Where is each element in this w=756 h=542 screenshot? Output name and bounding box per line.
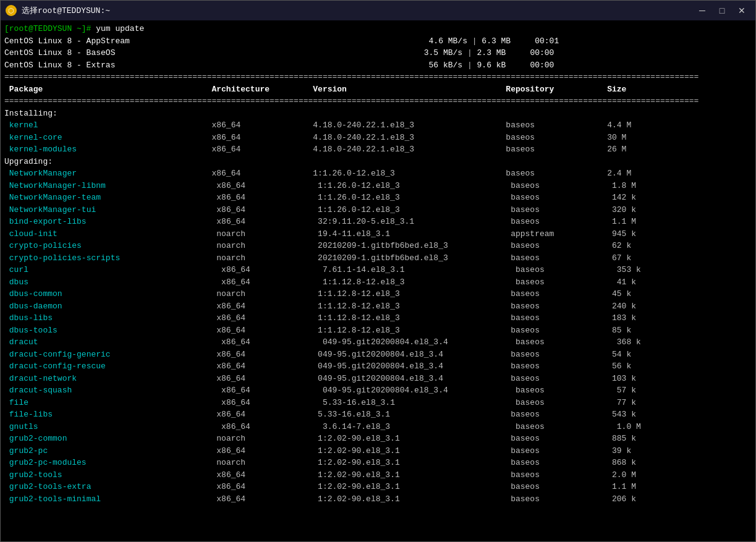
pkg-grub2-common: grub2-common noarch 1:2.02-90.el8_3.1 ba… <box>4 433 752 445</box>
pkg-kernel-modules: kernel-modules x86_64 4.18.0-240.22.1.el… <box>4 143 752 156</box>
titlebar-title: 选择root@TEDDYSUN:~ <box>22 5 110 16</box>
titlebar-left: ⬡ 选择root@TEDDYSUN:~ <box>6 5 110 16</box>
terminal-window: ⬡ 选择root@TEDDYSUN:~ ─ □ ✕ [root@TEDDYSUN… <box>0 0 756 542</box>
separator-1: ========================================… <box>4 71 752 83</box>
pkg-gnutls: gnutls x86_64 3.6.14-7.el8_3 baseos 1.0 … <box>4 421 752 433</box>
pkg-grub2-tools: grub2-tools x86_64 1:2.02-90.el8_3.1 bas… <box>4 469 752 481</box>
pkg-cloud-init: cloud-init noarch 19.4-11.el8_3.1 appstr… <box>4 228 752 240</box>
pkg-bind-export-libs: bind-export-libs x86_64 32:9.11.20-5.el8… <box>4 216 752 228</box>
pkg-dbus: dbus x86_64 1:1.12.8-12.el8_3 baseos 41 … <box>4 276 752 289</box>
pkg-crypto-policies: crypto-policies noarch 20210209-1.gitbfb… <box>4 240 752 252</box>
repo-line-1: CentOS Linux 8 - AppStream 4.6 MB/s | 6.… <box>4 35 752 48</box>
pkg-curl: curl x86_64 7.61.1-14.el8_3.1 baseos 353… <box>4 264 752 276</box>
prompt-line: [root@TEDDYSUN ~]# yum update <box>4 23 752 35</box>
pkg-crypto-policies-scripts: crypto-policies-scripts noarch 20210209-… <box>4 252 752 265</box>
pkg-dracut-config-rescue: dracut-config-rescue x86_64 049-95.git20… <box>4 360 752 373</box>
repo-line-2: CentOS Linux 8 - BaseOS 3.5 MB/s | 2.3 M… <box>4 47 752 59</box>
pkg-grub2-pc-modules: grub2-pc-modules noarch 1:2.02-90.el8_3.… <box>4 457 752 469</box>
titlebar: ⬡ 选择root@TEDDYSUN:~ ─ □ ✕ <box>1 1 755 20</box>
pkg-networkmanager-team: NetworkManager-team x86_64 1:1.26.0-12.e… <box>4 192 752 204</box>
pkg-dracut-network: dracut-network x86_64 049-95.git20200804… <box>4 373 752 385</box>
terminal-body[interactable]: [root@TEDDYSUN ~]# yum update CentOS Lin… <box>1 20 755 541</box>
terminal-icon: ⬡ <box>6 5 17 16</box>
pkg-dbus-libs: dbus-libs x86_64 1:1.12.8-12.el8_3 baseo… <box>4 312 752 324</box>
close-button[interactable]: ✕ <box>733 4 750 17</box>
pkg-dracut-squash: dracut-squash x86_64 049-95.git20200804.… <box>4 384 752 397</box>
pkg-file: file x86_64 5.33-16.el8_3.1 baseos 77 k <box>4 397 752 409</box>
pkg-grub2-pc: grub2-pc x86_64 1:2.02-90.el8_3.1 baseos… <box>4 445 752 457</box>
command: yum update <box>91 24 144 33</box>
pkg-grub2-tools-extra: grub2-tools-extra x86_64 1:2.02-90.el8_3… <box>4 481 752 493</box>
minimize-button[interactable]: ─ <box>694 4 711 17</box>
repo-line-3: CentOS Linux 8 - Extras 56 kB/s | 9.6 kB… <box>4 59 752 72</box>
pkg-networkmanager-tui: NetworkManager-tui x86_64 1:1.26.0-12.el… <box>4 204 752 216</box>
pkg-dracut: dracut x86_64 049-95.git20200804.el8_3.4… <box>4 336 752 349</box>
upgrading-label: Upgrading: <box>4 156 752 168</box>
pkg-file-libs: file-libs x86_64 5.33-16.el8_3.1 baseos … <box>4 409 752 421</box>
pkg-kernel: kernel x86_64 4.18.0-240.22.1.el8_3 base… <box>4 119 752 132</box>
pkg-networkmanager: NetworkManager x86_64 1:1.26.0-12.el8_3 … <box>4 167 752 180</box>
pkg-dbus-daemon: dbus-daemon x86_64 1:1.12.8-12.el8_3 bas… <box>4 300 752 313</box>
titlebar-controls: ─ □ ✕ <box>694 4 750 17</box>
pkg-dbus-common: dbus-common noarch 1:1.12.8-12.el8_3 bas… <box>4 288 752 300</box>
maximize-button[interactable]: □ <box>713 4 731 17</box>
installing-label: Installing: <box>4 108 752 120</box>
pkg-dracut-config-generic: dracut-config-generic x86_64 049-95.git2… <box>4 349 752 361</box>
pkg-dbus-tools: dbus-tools x86_64 1:1.12.8-12.el8_3 base… <box>4 324 752 337</box>
pkg-networkmanager-libnm: NetworkManager-libnm x86_64 1:1.26.0-12.… <box>4 180 752 192</box>
table-header: Package Architecture Version Repository … <box>4 83 752 96</box>
pkg-kernel-core: kernel-core x86_64 4.18.0-240.22.1.el8_3… <box>4 132 752 144</box>
separator-2: ========================================… <box>4 95 752 108</box>
prompt: [root@TEDDYSUN ~]# <box>4 24 91 33</box>
pkg-grub2-tools-minimal: grub2-tools-minimal x86_64 1:2.02-90.el8… <box>4 493 752 506</box>
